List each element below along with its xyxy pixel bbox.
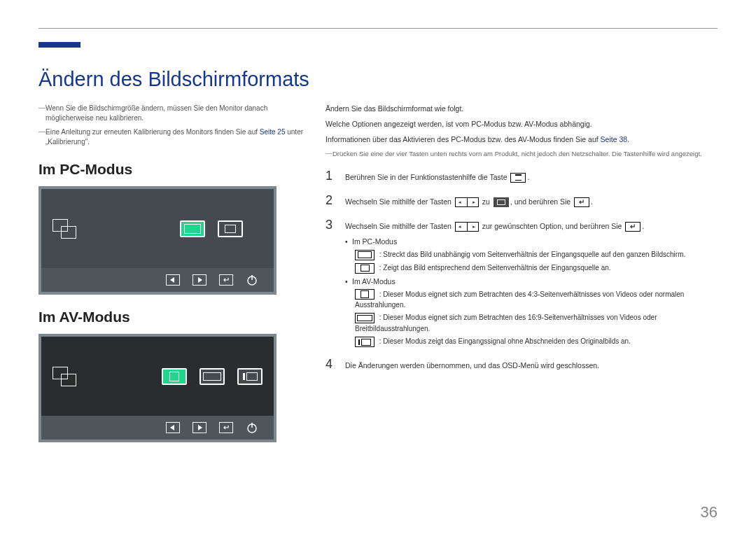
- link-page-25[interactable]: Seite 25: [260, 128, 286, 136]
- note-text-a: Eine Anleitung zur erneuten Kalibrierung…: [46, 128, 260, 136]
- intro-line-2: Welche Optionen angezeigt werden, ist vo…: [326, 119, 718, 130]
- enter-icon: [219, 422, 233, 433]
- step-number-2: 2: [326, 191, 335, 210]
- osd-screen-pc: [41, 189, 274, 268]
- svg-marker-5: [198, 425, 202, 430]
- sub-av-label: Im AV-Modus: [352, 277, 396, 286]
- step-1-text-b: .: [527, 173, 529, 181]
- osd-option-fit: [218, 220, 243, 237]
- power-icon: [246, 274, 258, 286]
- desc-dot-text: : Dieser Modus zeigt das Eingangssignal …: [377, 337, 631, 345]
- intro-line-3b: .: [627, 135, 629, 143]
- page-number: 36: [701, 503, 718, 521]
- left-right-nav-icon: [455, 197, 479, 207]
- step-3-text-c: .: [642, 222, 644, 230]
- step-1-text-a: Berühren Sie in der Funktionstastenhilfe…: [345, 173, 509, 181]
- menu-icon: [510, 173, 526, 183]
- ratio-16-9-icon: [355, 313, 374, 323]
- top-rule: [38, 28, 718, 29]
- desc-16-9: : Dieser Modus eignet sich zum Betrachte…: [355, 312, 718, 334]
- osd-overlap-icon: [52, 219, 76, 239]
- note-button-hint: Drücken Sie eine der vier Tasten unten r…: [326, 149, 718, 159]
- step-2-text-b: zu: [480, 197, 492, 206]
- desc-fullscreen-text: : Streckt das Bild unabhängig vom Seiten…: [377, 251, 685, 258]
- desc-fit: : Zeigt das Bild entsprechend dem Seiten…: [355, 262, 718, 274]
- sub-pc-mode: •Im PC-Modus: [345, 236, 718, 248]
- ratio-4-3-icon: [355, 289, 374, 300]
- nav-right-icon: [192, 422, 206, 433]
- step-3-body: Wechseln Sie mithilfe der Tasten zur gew…: [345, 220, 718, 350]
- intro-line-3a: Informationen über das Aktivieren des PC…: [326, 135, 601, 143]
- right-column: Ändern Sie das Bildschirmformat wie folg…: [326, 104, 718, 442]
- osd-option-dot: [237, 368, 262, 385]
- step-2-text-c: , und berühren Sie: [510, 197, 573, 206]
- desc-4-3: : Dieser Modus eignet sich zum Betrachte…: [355, 289, 718, 311]
- osd-control-bar-av: [41, 416, 274, 440]
- step-4-body: Die Änderungen werden übernommen, und da…: [345, 360, 718, 372]
- step-number-4: 4: [326, 355, 335, 374]
- note-calibrate: Wenn Sie die Bildschirmgröße ändern, müs…: [38, 104, 304, 123]
- fit-icon: [355, 263, 374, 274]
- desc-4-3-text: : Dieser Modus eignet sich zum Betrachte…: [355, 290, 684, 309]
- fullscreen-icon: [355, 250, 374, 260]
- accent-bar: [38, 42, 80, 48]
- step-number-1: 1: [326, 167, 335, 185]
- osd-overlap-icon: [52, 367, 76, 386]
- desc-16-9-text: : Dieser Modus eignet sich zum Betrachte…: [355, 314, 657, 332]
- step-2-text-d: .: [591, 197, 593, 206]
- step-number-3: 3: [326, 216, 335, 234]
- aspect-icon: [493, 197, 509, 207]
- sub-av-mode: •Im AV-Modus: [345, 276, 718, 288]
- intro-line-1: Ändern Sie das Bildschirmformat wie folg…: [326, 104, 718, 115]
- step-2-text-a: Wechseln Sie mithilfe der Tasten: [345, 197, 454, 206]
- note-calibration-link: Eine Anleitung zur erneuten Kalibrierung…: [38, 127, 304, 147]
- link-page-38[interactable]: Seite 38: [601, 135, 628, 143]
- step-2-body: Wechseln Sie mithilfe der Tasten zu , un…: [345, 196, 718, 208]
- svg-marker-1: [198, 277, 202, 283]
- nav-left-icon: [166, 274, 180, 286]
- intro-line-3: Informationen über das Aktivieren des PC…: [326, 134, 718, 146]
- svg-marker-0: [170, 277, 174, 283]
- left-right-nav-icon: [455, 222, 479, 232]
- enter-icon: [219, 274, 233, 286]
- desc-fit-text: : Zeigt das Bild entsprechend dem Seiten…: [377, 264, 611, 272]
- desc-dot: : Dieser Modus zeigt das Eingangssignal …: [355, 336, 718, 347]
- monitor-illustration-av: [38, 334, 276, 442]
- monitor-illustration-pc: [38, 186, 276, 295]
- desc-fullscreen: : Streckt das Bild unabhängig vom Seiten…: [355, 249, 718, 260]
- osd-option-4-3-active: [162, 368, 187, 385]
- dot-by-dot-icon: [355, 337, 374, 347]
- page-title: Ändern des Bildschirmformats: [38, 68, 718, 91]
- step-1-body: Berühren Sie in der Funktionstastenhilfe…: [345, 171, 718, 183]
- step-1: 1 Berühren Sie in der Funktionstastenhil…: [326, 167, 718, 185]
- step-4: 4 Die Änderungen werden übernommen, und …: [326, 355, 718, 374]
- step-3-text-b: zur gewünschten Option, und berühren Sie: [480, 222, 624, 230]
- nav-left-icon: [166, 422, 180, 433]
- step-3: 3 Wechseln Sie mithilfe der Tasten zur g…: [326, 216, 718, 350]
- left-column: Wenn Sie die Bildschirmgröße ändern, müs…: [38, 104, 304, 442]
- osd-screen-av: [41, 337, 274, 416]
- heading-pc-mode: Im PC-Modus: [38, 161, 304, 178]
- heading-av-mode: Im AV-Modus: [38, 309, 304, 325]
- osd-control-bar-pc: [41, 268, 274, 292]
- osd-option-16-9: [200, 368, 225, 385]
- step-2: 2 Wechseln Sie mithilfe der Tasten zu , …: [326, 191, 718, 210]
- nav-right-icon: [192, 274, 206, 286]
- osd-option-fullscreen-active: [180, 220, 205, 237]
- enter-icon: [625, 222, 640, 232]
- power-icon: [246, 421, 258, 434]
- step-3-text-a: Wechseln Sie mithilfe der Tasten: [345, 222, 454, 230]
- sub-pc-label: Im PC-Modus: [352, 237, 397, 246]
- enter-icon: [574, 197, 589, 207]
- svg-marker-4: [170, 425, 174, 430]
- content-columns: Wenn Sie die Bildschirmgröße ändern, müs…: [38, 104, 718, 442]
